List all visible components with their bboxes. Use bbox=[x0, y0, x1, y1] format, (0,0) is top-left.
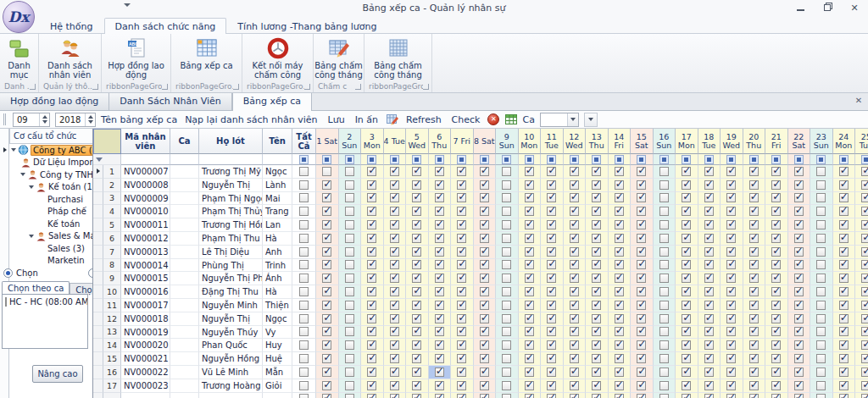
check-cell-day[interactable]: ✓ bbox=[384, 312, 407, 326]
cell-ten[interactable]: Trang bbox=[263, 205, 292, 218]
checkbox-checked[interactable]: ✓ bbox=[367, 301, 376, 310]
checkbox-checked[interactable]: ✓ bbox=[322, 193, 331, 202]
checkbox-checked[interactable]: ✓ bbox=[637, 327, 646, 336]
checkbox-checked[interactable]: ✓ bbox=[637, 354, 646, 363]
check-cell-all[interactable] bbox=[292, 379, 316, 393]
checkbox-checked[interactable]: ✓ bbox=[794, 340, 804, 350]
check-cell-day[interactable]: ✓ bbox=[676, 312, 698, 326]
check-cell-day[interactable] bbox=[810, 165, 833, 179]
check-cell-day[interactable] bbox=[654, 393, 676, 398]
check-cell-day[interactable]: ✓ bbox=[609, 352, 632, 366]
checkbox-checked[interactable]: ✓ bbox=[682, 234, 691, 243]
check-cell-day[interactable]: ✓ bbox=[519, 285, 542, 299]
checkbox-checked[interactable]: ✓ bbox=[322, 180, 331, 190]
check-cell-day[interactable]: ✓ bbox=[429, 326, 452, 340]
checkbox-checked[interactable]: ✓ bbox=[771, 260, 781, 269]
check-cell-day[interactable]: ✓ bbox=[586, 179, 609, 192]
column-header-ten[interactable]: Tên bbox=[263, 129, 292, 154]
column-header-day-24-mon[interactable]: 24Mon bbox=[833, 129, 856, 154]
checkbox-unchecked[interactable] bbox=[345, 234, 354, 243]
checkbox-checked[interactable]: ✓ bbox=[412, 340, 421, 350]
check-cell-day[interactable]: ✓ bbox=[855, 259, 868, 273]
check-cell-day[interactable]: ✓ bbox=[855, 192, 868, 206]
check-cell-day[interactable]: ✓ bbox=[361, 272, 384, 285]
checkbox-checked[interactable]: ✓ bbox=[457, 167, 466, 176]
check-cell-day[interactable]: ✓ bbox=[698, 246, 721, 259]
check-cell-day[interactable]: ✓ bbox=[384, 352, 407, 366]
check-cell-day[interactable]: ✓ bbox=[384, 299, 407, 312]
checkbox-unchecked[interactable] bbox=[345, 207, 354, 216]
check-cell-day[interactable]: ✓ bbox=[406, 259, 429, 273]
check-cell-day[interactable] bbox=[654, 205, 676, 218]
check-button[interactable]: Check bbox=[449, 113, 483, 127]
check-cell-day[interactable]: ✓ bbox=[721, 272, 743, 285]
checkbox-checked[interactable]: ✓ bbox=[794, 260, 804, 269]
check-cell-day[interactable]: ✓ bbox=[698, 192, 721, 206]
checkbox-checked[interactable]: ✓ bbox=[367, 368, 376, 377]
cell-ho_lot[interactable] bbox=[199, 393, 263, 398]
checkbox-checked[interactable]: ✓ bbox=[592, 260, 601, 269]
checkbox-unchecked[interactable] bbox=[502, 381, 511, 390]
check-cell-day[interactable]: ✓ bbox=[541, 299, 564, 312]
checkbox-unchecked[interactable] bbox=[322, 167, 331, 176]
check-cell-day[interactable]: ✓ bbox=[564, 379, 587, 393]
check-cell-day[interactable]: ✓ bbox=[743, 366, 766, 379]
cell-ho_lot[interactable]: Trương Thị Mỹ bbox=[199, 165, 263, 179]
checkbox-checked[interactable]: ✓ bbox=[704, 327, 714, 336]
checkbox-checked[interactable]: ✓ bbox=[726, 368, 736, 377]
checkbox-checked[interactable]: ✓ bbox=[435, 207, 444, 216]
check-cell-day[interactable]: ✓ bbox=[833, 393, 856, 398]
check-cell-day[interactable]: ✓ bbox=[631, 205, 654, 218]
checkbox-checked[interactable]: ✓ bbox=[322, 220, 331, 229]
checkbox-checked[interactable]: ✓ bbox=[367, 180, 376, 190]
check-cell-day[interactable] bbox=[496, 259, 519, 273]
check-cell-day[interactable]: ✓ bbox=[743, 259, 766, 273]
checkbox-checked[interactable]: ✓ bbox=[435, 234, 444, 243]
check-cell-day[interactable] bbox=[654, 352, 676, 366]
check-cell-day[interactable]: ✓ bbox=[451, 393, 474, 398]
checkbox-checked[interactable]: ✓ bbox=[749, 340, 759, 350]
check-cell-day[interactable]: ✓ bbox=[855, 218, 868, 232]
checkbox-unchecked[interactable] bbox=[345, 180, 354, 190]
checkbox-checked[interactable]: ✓ bbox=[637, 167, 646, 176]
checkbox-checked[interactable]: ✓ bbox=[570, 340, 579, 350]
checkbox-unchecked[interactable] bbox=[502, 234, 511, 243]
check-cell-all[interactable] bbox=[292, 326, 316, 340]
column-toggle-icon[interactable] bbox=[794, 155, 804, 164]
check-cell-day[interactable]: ✓ bbox=[721, 312, 743, 326]
cell-ca[interactable] bbox=[170, 246, 199, 259]
check-cell-day[interactable]: ✓ bbox=[406, 299, 429, 312]
checkbox-unchecked[interactable] bbox=[659, 207, 669, 216]
checkbox-checked[interactable]: ✓ bbox=[861, 354, 868, 363]
check-cell-day[interactable]: ✓ bbox=[609, 379, 632, 393]
column-header-day-2-sun[interactable]: 2 Sun bbox=[339, 129, 362, 154]
checkbox-checked[interactable]: ✓ bbox=[480, 368, 489, 377]
column-toggle-icon[interactable] bbox=[322, 155, 331, 164]
check-cell-day[interactable] bbox=[810, 218, 833, 232]
check-cell-day[interactable]: ✓ bbox=[609, 285, 632, 299]
checkbox-checked[interactable]: ✓ bbox=[390, 287, 399, 296]
check-cell-day[interactable]: ✓ bbox=[541, 312, 564, 326]
check-cell-day[interactable] bbox=[339, 366, 362, 379]
check-cell-day[interactable]: ✓ bbox=[698, 352, 721, 366]
check-cell-day[interactable]: ✓ bbox=[698, 232, 721, 246]
checkbox-unchecked[interactable] bbox=[299, 368, 309, 377]
check-cell-day[interactable]: ✓ bbox=[721, 379, 743, 393]
check-cell-day[interactable]: ✓ bbox=[316, 366, 339, 379]
check-cell-day[interactable]: ✓ bbox=[609, 218, 632, 232]
checkbox-checked[interactable]: ✓ bbox=[637, 207, 646, 216]
checkbox-unchecked[interactable] bbox=[659, 394, 669, 398]
check-cell-day[interactable]: ✓ bbox=[406, 326, 429, 340]
check-cell-all[interactable] bbox=[292, 285, 316, 299]
cell-ten[interactable]: Ngọc bbox=[263, 312, 292, 326]
check-cell-day[interactable]: ✓ bbox=[316, 218, 339, 232]
checkbox-unchecked[interactable] bbox=[816, 193, 826, 202]
danh-muc-button[interactable]: Danh mục bbox=[0, 34, 38, 81]
check-cell-day[interactable] bbox=[654, 192, 676, 206]
check-cell-day[interactable]: ✓ bbox=[765, 272, 788, 285]
checkbox-unchecked[interactable] bbox=[502, 340, 511, 350]
checkbox-checked[interactable]: ✓ bbox=[839, 340, 849, 350]
check-cell-all[interactable] bbox=[292, 192, 316, 206]
spinner-arrows-icon[interactable] bbox=[85, 113, 95, 126]
check-cell-day[interactable]: ✓ bbox=[474, 366, 497, 379]
